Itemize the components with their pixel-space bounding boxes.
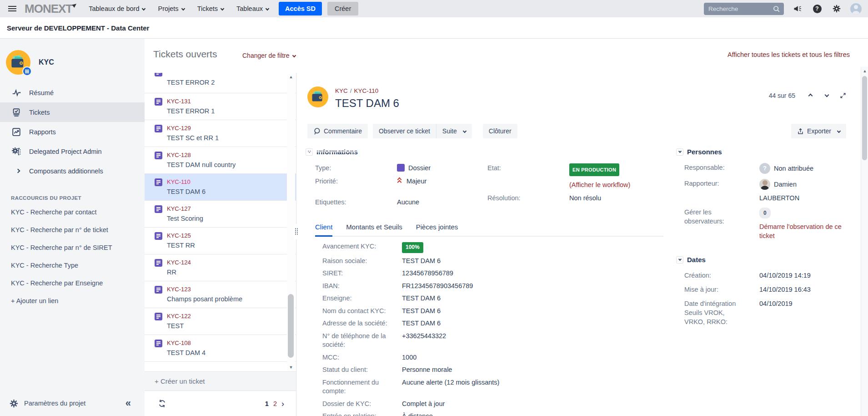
page-scrollbar-thumb[interactable] — [862, 76, 867, 160]
field-value: À distance — [402, 412, 613, 416]
scroll-down-icon[interactable]: ▼ — [287, 365, 295, 370]
help-icon[interactable]: ? — [811, 3, 823, 15]
shortcut-recherche-ticket[interactable]: KYC - Recherche par n° de ticket — [0, 221, 145, 239]
announcements-icon[interactable] — [792, 3, 803, 15]
ticket-list-item-kyc-128[interactable]: KYC-128 TEST DAM null country — [145, 147, 296, 174]
ticket-list-item-kyc-122[interactable]: KYC-122 TEST — [145, 308, 296, 335]
acces-sd-button[interactable]: Accès SD — [279, 2, 322, 15]
field-value: TEST DAM 6 — [402, 307, 613, 316]
tab-pieces-jointes[interactable]: Pièces jointes — [416, 223, 458, 236]
list-scrollbar-thumb[interactable] — [288, 294, 294, 358]
hamburger-menu-icon[interactable] — [6, 3, 18, 15]
start-watching-link[interactable]: Démarre l'observation de ce ticket — [759, 222, 846, 240]
scroll-up-icon[interactable]: ▲ — [287, 75, 295, 79]
scroll-up-icon[interactable]: ▲ — [861, 69, 868, 73]
more-button[interactable]: Suite — [437, 124, 472, 138]
sidebar-item-label: Tickets — [29, 109, 50, 116]
breadcrumb-key-link[interactable]: KYC-110 — [354, 87, 379, 94]
sidebar-item-resume[interactable]: Résumé — [0, 83, 145, 102]
shortcut-recherche-type[interactable]: KYC - Recherche Type — [0, 257, 145, 274]
ticket-pager-controls: 44 sur 65 — [769, 92, 846, 99]
show-all-filters-link[interactable]: Afficher toutes les tickets et tous les … — [728, 51, 850, 58]
top-navbar: MONEXT Tableaux de bord Projets Tickets … — [0, 0, 868, 17]
informations-left-column: Type: Dossier Priorité: Majeur Etiquette… — [315, 163, 487, 211]
change-filter-button[interactable]: Changer de filtre — [242, 52, 296, 59]
ticket-list-item-kyc-108[interactable]: KYC-108 TEST DAM 4 — [145, 335, 296, 362]
ticket-list-item-kyc-110-selected[interactable]: KYC-110 TEST DAM 6 — [145, 174, 296, 201]
assignee-value: Non attribuée — [774, 164, 813, 173]
field-value: FR12345678903456789 — [402, 282, 613, 291]
project-settings-button[interactable]: Paramètres du projet — [24, 400, 85, 407]
add-link-button[interactable]: + Ajouter un lien — [0, 292, 145, 310]
priority-major-icon — [397, 178, 403, 185]
close-ticket-button[interactable]: Clôturer — [483, 124, 517, 138]
expand-icon[interactable] — [840, 92, 846, 99]
next-ticket-button[interactable] — [823, 92, 830, 99]
collapse-people-icon[interactable] — [676, 148, 683, 156]
ticket-list-item-kyc-129[interactable]: KYC-129 TEST SC et RR 1 — [145, 120, 296, 147]
previous-ticket-button[interactable] — [807, 92, 813, 99]
integration-value: 04/10/2019 — [759, 299, 846, 326]
sidebar-item-delegated-project-admin[interactable]: Delegated Project Admin — [0, 142, 145, 161]
search-icon[interactable] — [773, 5, 780, 13]
show-workflow-link[interactable]: (Afficher le workflow) — [569, 180, 630, 189]
field-value: TEST DAM 6 — [402, 294, 613, 303]
pagination-page-2[interactable]: 2 — [273, 400, 277, 407]
tab-client[interactable]: Client — [315, 223, 332, 237]
creer-button[interactable]: Créer — [327, 2, 358, 15]
shortcut-recherche-siret[interactable]: KYC - Recherche par n° de SIRET — [0, 239, 145, 257]
ticket-avatar — [307, 86, 328, 107]
shortcut-recherche-contact[interactable]: KYC - Recherche par contact — [0, 203, 145, 221]
shortcuts-title: RACCOURCIS DU PROJET — [0, 195, 145, 201]
export-button[interactable]: Exporter — [791, 124, 846, 138]
people-fields: Responsable: ?Non attribuée Rapporteur: … — [684, 163, 858, 240]
ticket-list-item-kyc-123[interactable]: KYC-123 Champs posant problème — [145, 281, 296, 308]
navbar-right-group: ? — [704, 3, 862, 15]
refresh-icon[interactable] — [157, 399, 167, 408]
ticket-list-item-kyc-127[interactable]: KYC-127 Test Scoring — [145, 201, 296, 228]
project-avatar — [6, 50, 30, 75]
ticket-list-item-clipped[interactable]: TEST ERROR 2 — [145, 73, 296, 93]
ticket-list-item-kyc-125[interactable]: KYC-125 TEST RR — [145, 228, 296, 254]
user-avatar[interactable] — [850, 3, 862, 15]
ticket-list-item-kyc-131[interactable]: KYC-131 TEST ERROR 1 — [145, 93, 296, 120]
comment-button[interactable]: Commentaire — [307, 124, 368, 138]
pagination-next-icon[interactable]: › — [281, 401, 284, 407]
admin-gear-icon — [11, 146, 22, 157]
nav-item-tableaux-de-bord[interactable]: Tableaux de bord — [89, 5, 145, 12]
breadcrumb-project-link[interactable]: KYC — [335, 87, 348, 94]
watch-button[interactable]: Observer ce ticket — [373, 124, 437, 138]
nav-item-projets[interactable]: Projets — [158, 5, 184, 12]
sidebar-item-tickets[interactable]: Tickets — [0, 102, 145, 122]
page-scrollbar[interactable]: ▲ — [861, 67, 868, 416]
pagination-page-1[interactable]: 1 — [265, 400, 269, 407]
ticket-type-icon — [155, 232, 162, 240]
ticket-list-item-kyc-124[interactable]: KYC-124 RR — [145, 254, 296, 281]
export-icon — [797, 128, 804, 135]
list-scrollbar[interactable]: ▲ ▼ — [287, 74, 295, 370]
create-ticket-button[interactable]: + Créer un ticket — [145, 371, 296, 391]
ticket-type-icon — [155, 125, 162, 132]
nav-item-tableaux[interactable]: Tableaux — [236, 5, 269, 12]
ticket-type-icon — [155, 286, 162, 294]
sidebar-item-composants-additionnels[interactable]: Composants additionnels — [0, 161, 145, 181]
field-value: Complet à jour — [402, 400, 613, 409]
nav-item-tickets[interactable]: Tickets — [197, 5, 224, 12]
collapse-informations-icon[interactable] — [306, 148, 313, 156]
ticket-list: TEST ERROR 2 KYC-131 TEST ERROR 1 KYC-12… — [145, 73, 296, 371]
collapse-sidebar-button[interactable]: « — [125, 397, 131, 409]
project-header: KYC — [0, 39, 145, 75]
filter-header: Tickets ouverts Changer de filtre Affich… — [145, 39, 861, 73]
settings-icon[interactable] — [831, 3, 843, 15]
main-menu: Tableaux de bord Projets Tickets Tableau… — [89, 5, 269, 12]
shortcut-recherche-enseigne[interactable]: KYC - Recherche par Enseigne — [0, 274, 145, 292]
sidebar-item-label: Résumé — [29, 89, 54, 96]
field-value: Personne morale — [402, 365, 613, 375]
tab-montants-et-seuils[interactable]: Montants et Seuils — [346, 223, 402, 236]
sidebar-item-rapports[interactable]: Rapports — [0, 122, 145, 142]
collapse-dates-icon[interactable] — [676, 256, 683, 264]
search-input[interactable] — [708, 5, 773, 12]
panel-drag-handle[interactable] — [294, 224, 300, 239]
search-box[interactable] — [704, 3, 784, 15]
status-label: Etat: — [487, 163, 569, 176]
